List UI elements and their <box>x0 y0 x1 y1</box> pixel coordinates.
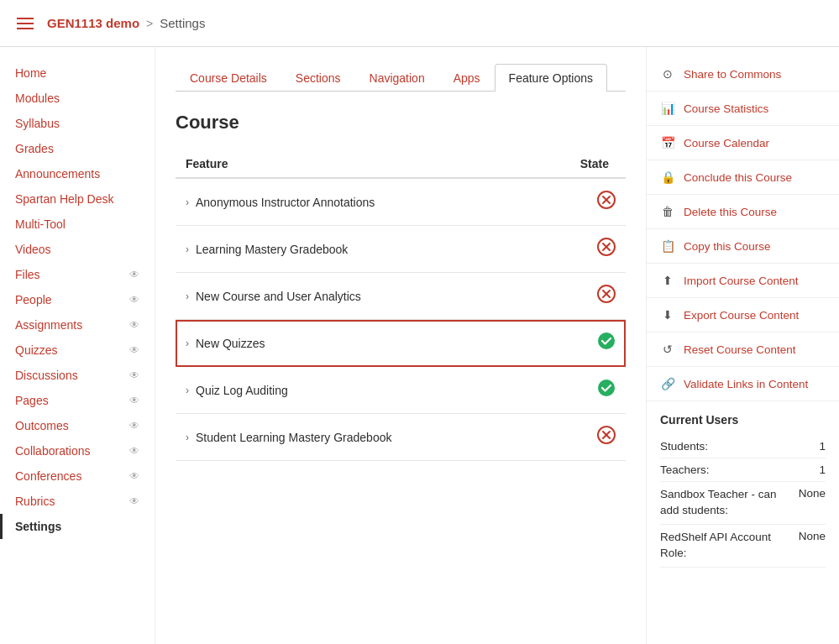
state-cell-quiz-log[interactable] <box>537 367 626 414</box>
sidebar-item-label-rubrics: Rubrics <box>15 495 55 508</box>
tab-navigation[interactable]: Navigation <box>355 64 439 92</box>
state-col-header: State <box>537 150 626 178</box>
import-content-icon: ⬆ <box>660 274 675 287</box>
eye-icon-assignments[interactable]: 👁 <box>129 319 139 331</box>
feature-label-learning-mastery: Learning Mastery Gradebook <box>196 243 348 256</box>
sidebar-item-label-multi-tool: Multi-Tool <box>15 217 66 231</box>
sidebar-item-label-modules: Modules <box>15 92 60 105</box>
eye-icon-quizzes[interactable]: 👁 <box>129 344 139 356</box>
state-icon-learning-mastery[interactable] <box>597 243 616 259</box>
sidebar-item-files[interactable]: Files👁 <box>0 262 155 287</box>
main-layout: HomeModulesSyllabusGradesAnnouncementsSp… <box>0 47 839 644</box>
action-label-share-commons: Share to Commons <box>684 68 781 81</box>
sidebar-item-conferences[interactable]: Conferences👁 <box>0 463 155 489</box>
eye-icon-collaborations[interactable]: 👁 <box>129 445 139 457</box>
action-import-content[interactable]: ⬆Import Course Content <box>647 264 839 298</box>
tab-sections[interactable]: Sections <box>281 64 355 92</box>
sidebar-item-outcomes[interactable]: Outcomes👁 <box>0 413 155 438</box>
action-validate-links[interactable]: 🔗Validate Links in Content <box>647 367 839 401</box>
course-statistics-icon: 📊 <box>660 102 675 115</box>
eye-icon-pages[interactable]: 👁 <box>129 395 139 406</box>
state-icon-student-learning[interactable] <box>597 431 616 448</box>
sidebar-item-spartan-help-desk[interactable]: Spartan Help Desk <box>0 186 155 212</box>
eye-icon-discussions[interactable]: 👁 <box>129 369 139 381</box>
settings-tabs: Course DetailsSectionsNavigationAppsFeat… <box>176 64 626 92</box>
sidebar-item-label-assignments: Assignments <box>15 318 82 332</box>
svg-point-10 <box>598 380 615 396</box>
state-cell-student-learning[interactable] <box>537 414 626 461</box>
sidebar-item-announcements[interactable]: Announcements <box>0 161 155 186</box>
copy-course-icon: 📋 <box>660 239 675 253</box>
share-commons-icon: ⊙ <box>660 67 675 81</box>
menu-icon[interactable] <box>17 14 34 33</box>
sidebar-item-label-people: People <box>15 293 52 306</box>
feature-expand-anonymous-instructor[interactable]: ›Anonymous Instructor Annotations <box>186 196 527 209</box>
action-course-statistics[interactable]: 📊Course Statistics <box>647 92 839 126</box>
user-row-redshelf: RedShelf API Account Role:None <box>660 525 826 568</box>
sidebar-item-rubrics[interactable]: Rubrics👁 <box>0 489 155 514</box>
user-row-label-students: Students: <box>660 440 708 453</box>
sidebar-item-pages[interactable]: Pages👁 <box>0 388 155 413</box>
state-cell-new-quizzes[interactable] <box>537 320 626 367</box>
state-icon-anonymous-instructor[interactable] <box>597 196 616 212</box>
sidebar-item-people[interactable]: People👁 <box>0 287 155 312</box>
feature-label-student-learning: Student Learning Mastery Gradebook <box>196 431 391 444</box>
export-content-icon: ⬇ <box>660 308 675 322</box>
action-reset-content[interactable]: ↺Reset Course Content <box>647 332 839 367</box>
sidebar-item-label-settings: Settings <box>15 520 61 533</box>
feature-expand-quiz-log[interactable]: ›Quiz Log Auditing <box>186 384 527 397</box>
feature-row-quiz-log: ›Quiz Log Auditing <box>176 367 626 414</box>
feature-expand-learning-mastery[interactable]: ›Learning Mastery Gradebook <box>186 243 527 256</box>
state-cell-new-course-analytics[interactable] <box>537 273 626 320</box>
state-icon-new-quizzes[interactable] <box>597 337 616 353</box>
action-course-calendar[interactable]: 📅Course Calendar <box>647 126 839 160</box>
sidebar-item-grades[interactable]: Grades <box>0 136 155 161</box>
feature-expand-new-quizzes[interactable]: ›New Quizzes <box>186 337 527 350</box>
tab-course-details[interactable]: Course Details <box>176 64 281 92</box>
sidebar-item-modules[interactable]: Modules <box>0 86 155 111</box>
state-cell-anonymous-instructor[interactable] <box>537 178 626 226</box>
feature-expand-new-course-analytics[interactable]: ›New Course and User Analytics <box>186 290 527 303</box>
eye-icon-conferences[interactable]: 👁 <box>129 470 139 482</box>
action-copy-course[interactable]: 📋Copy this Course <box>647 229 839 264</box>
state-cell-learning-mastery[interactable] <box>537 226 626 273</box>
sidebar-item-discussions[interactable]: Discussions👁 <box>0 363 155 388</box>
action-delete-course[interactable]: 🗑Delete this Course <box>647 195 839 229</box>
user-row-label-teachers: Teachers: <box>660 463 710 476</box>
tab-feature-options[interactable]: Feature Options <box>495 64 607 92</box>
state-icon-quiz-log[interactable] <box>597 384 616 401</box>
current-users-title: Current Users <box>660 413 826 427</box>
sidebar-item-quizzes[interactable]: Quizzes👁 <box>0 338 155 363</box>
sidebar-item-label-quizzes: Quizzes <box>15 343 58 357</box>
sidebar-item-label-syllabus: Syllabus <box>15 117 60 130</box>
sidebar-item-label-grades: Grades <box>15 142 54 155</box>
chevron-icon: › <box>186 338 189 349</box>
chevron-icon: › <box>186 432 189 443</box>
feature-expand-student-learning[interactable]: ›Student Learning Mastery Gradebook <box>186 431 527 444</box>
feature-row-student-learning: ›Student Learning Mastery Gradebook <box>176 414 626 461</box>
user-row-teachers: Teachers:1 <box>660 458 826 482</box>
action-label-course-calendar: Course Calendar <box>684 137 769 149</box>
feature-label-new-quizzes: New Quizzes <box>196 337 265 350</box>
action-label-copy-course: Copy this Course <box>684 240 771 253</box>
sidebar-item-syllabus[interactable]: Syllabus <box>0 111 155 136</box>
sidebar-item-assignments[interactable]: Assignments👁 <box>0 312 155 338</box>
state-icon-new-course-analytics[interactable] <box>597 290 616 306</box>
action-label-validate-links: Validate Links in Content <box>684 378 808 390</box>
sidebar-item-settings[interactable]: Settings <box>0 514 155 539</box>
eye-icon-people[interactable]: 👁 <box>129 294 139 306</box>
sidebar-item-videos[interactable]: Videos <box>0 237 155 262</box>
action-conclude-course[interactable]: 🔒Conclude this Course <box>647 160 839 195</box>
eye-icon-files[interactable]: 👁 <box>129 269 139 280</box>
sidebar-item-multi-tool[interactable]: Multi-Tool <box>0 212 155 237</box>
eye-icon-outcomes[interactable]: 👁 <box>129 420 139 432</box>
action-share-commons[interactable]: ⊙Share to Commons <box>647 57 839 92</box>
sidebar-item-collaborations[interactable]: Collaborations👁 <box>0 438 155 463</box>
main-content: Course DetailsSectionsNavigationAppsFeat… <box>155 47 646 644</box>
tab-apps[interactable]: Apps <box>439 64 495 92</box>
eye-icon-rubrics[interactable]: 👁 <box>129 495 139 507</box>
breadcrumb-course[interactable]: GEN1113 demo <box>47 16 139 30</box>
sidebar-item-label-files: Files <box>15 268 40 281</box>
action-export-content[interactable]: ⬇Export Course Content <box>647 298 839 332</box>
sidebar-item-home[interactable]: Home <box>0 60 155 86</box>
